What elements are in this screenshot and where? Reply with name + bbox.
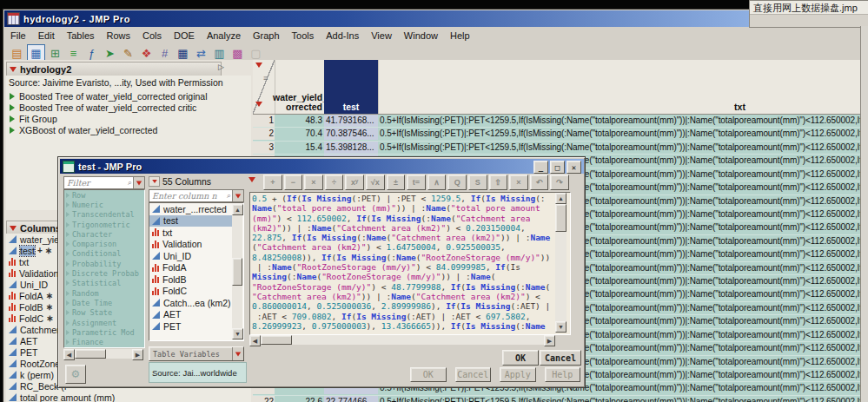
insert-plus-icon[interactable]: + xyxy=(263,175,282,190)
menu-item[interactable]: Graph xyxy=(247,30,286,42)
formula-ok-button[interactable]: OK xyxy=(502,350,539,366)
column-search-input[interactable]: Enter column n ⌕ xyxy=(149,189,244,202)
expand-icon[interactable] xyxy=(66,241,70,247)
function-category-item[interactable]: Transcendental xyxy=(64,210,144,220)
divide-icon[interactable]: ÷ xyxy=(325,175,344,190)
test-cell[interactable]: 22.774466... xyxy=(324,396,379,402)
water-yield-cell[interactable]: 15.4 xyxy=(275,142,326,154)
scroll-left-icon[interactable]: ◀ xyxy=(249,335,261,346)
new-column-icon[interactable]: ▥ xyxy=(211,45,228,61)
function-category-item[interactable]: Probability xyxy=(64,259,144,268)
txt-cell[interactable]: 0.5+If(IsMissing(:PET)|:PET<1259.5,If(Is… xyxy=(378,115,861,127)
txt-cell[interactable]: 0.5+If(IsMissing(:PET)|:PET<1259.5,If(Is… xyxy=(378,396,861,402)
water-yield-cell[interactable]: 70.4 xyxy=(275,128,326,140)
run-script-icon[interactable] xyxy=(10,127,15,134)
run-script-icon[interactable] xyxy=(10,104,15,111)
function-category-item[interactable]: Row xyxy=(64,190,144,200)
menu-item[interactable]: View xyxy=(365,30,398,42)
journal-icon[interactable]: ▤ xyxy=(9,45,25,61)
formula-vertical-scrollbar[interactable]: ▲ ▼ xyxy=(555,193,567,333)
plus-minus-icon[interactable]: ± xyxy=(387,175,406,190)
background-window-titlebar[interactable]: 直接用网上数据操盘.jmp xyxy=(749,0,868,28)
run-script-icon[interactable]: ➤ xyxy=(102,45,118,61)
table-variable-source[interactable]: Source: Jai...worldwide xyxy=(149,362,247,383)
power-icon[interactable]: xʸ xyxy=(345,175,364,190)
root-icon[interactable]: √x xyxy=(366,175,385,190)
formula-horizontal-scrollbar[interactable]: ◀ ▶ xyxy=(249,335,555,345)
function-category-item[interactable]: Numeric xyxy=(64,200,144,209)
dialog-column-item[interactable]: test xyxy=(149,215,232,227)
transpose-icon[interactable]: ⇄ xyxy=(193,45,209,61)
minimize-icon[interactable]: _ xyxy=(533,161,548,174)
scroll-down-icon[interactable]: ▼ xyxy=(232,328,243,339)
join-tables-icon[interactable]: # xyxy=(156,45,173,61)
menu-item[interactable]: Cols xyxy=(136,30,168,42)
red-triangle-menu-icon[interactable] xyxy=(10,226,17,231)
filter-horizontal-scrollbar[interactable]: ◀ ▶ xyxy=(63,349,143,359)
filter-search-input[interactable]: Filter ⌕ xyxy=(63,176,145,189)
expand-icon[interactable] xyxy=(66,222,70,227)
menu-item[interactable]: Tools xyxy=(286,30,321,42)
menu-item[interactable]: File xyxy=(4,30,32,42)
expand-icon[interactable] xyxy=(66,320,70,326)
expand-icon[interactable] xyxy=(66,291,70,296)
water-yield-cell[interactable]: 22.6 xyxy=(275,396,326,402)
function-category-item[interactable]: Finance xyxy=(64,337,144,346)
remove-minus-icon[interactable]: − xyxy=(284,175,303,190)
expand-icon[interactable] xyxy=(66,280,70,286)
expand-icon[interactable] xyxy=(66,202,70,208)
function-category-item[interactable]: Conditional xyxy=(64,249,144,259)
expand-icon[interactable] xyxy=(66,330,70,335)
table-script-item[interactable]: XGBoost of water_yield_corrected xyxy=(6,124,251,135)
txt-cell[interactable]: 0.5+If(IsMissing(:PET)|:PET<1259.5,If(Is… xyxy=(378,128,861,140)
scroll-down-icon[interactable]: ▼ xyxy=(555,321,567,333)
scroll-up-icon[interactable]: ▲ xyxy=(555,193,567,204)
menu-item[interactable]: Window xyxy=(398,30,444,42)
dialog-column-item[interactable]: water_...rrected xyxy=(149,203,232,215)
rows-menu-icon[interactable] xyxy=(255,102,262,107)
graph-builder-icon[interactable]: ❖ xyxy=(138,45,155,61)
scrollbar-thumb[interactable] xyxy=(75,349,106,359)
function-category-item[interactable]: Comparison xyxy=(64,239,144,248)
columns-list-header[interactable]: 55 Columns xyxy=(149,175,242,188)
expand-icon[interactable] xyxy=(66,261,70,267)
dialog-column-item[interactable]: PET xyxy=(149,320,232,333)
formula-editor-area[interactable]: 0.5 + (If(Is Missing(:PET) | :PET < 1259… xyxy=(249,192,571,335)
function-category-item[interactable]: Trigonometric xyxy=(64,220,144,229)
columns-menu-icon[interactable] xyxy=(255,63,262,68)
red-triangle-menu-icon[interactable] xyxy=(10,67,17,72)
function-category-item[interactable]: Character xyxy=(64,229,144,239)
function-category-item[interactable]: Discrete Probab xyxy=(64,268,144,278)
table-script-item[interactable]: Boosted Tree of water_yield_corrected or… xyxy=(6,90,251,102)
close-icon[interactable]: ✕ xyxy=(567,161,581,174)
expand-icon[interactable] xyxy=(66,232,70,237)
multiply-icon[interactable]: × xyxy=(304,175,323,190)
scroll-left-icon[interactable]: ◀ xyxy=(63,349,75,360)
dialog-column-item[interactable]: AET xyxy=(149,309,232,321)
expand-icon[interactable] xyxy=(66,339,70,345)
function-category-item[interactable]: Random xyxy=(64,288,144,298)
split-table-icon[interactable]: ⊞ xyxy=(47,45,63,61)
run-script-icon[interactable] xyxy=(10,93,15,100)
test-cell[interactable]: 15.398128... xyxy=(324,142,379,154)
scrollbar-thumb[interactable] xyxy=(261,335,292,345)
sort-icon[interactable]: ≡ xyxy=(65,45,82,61)
design-icon[interactable]: ▩ xyxy=(229,45,246,61)
scrollbar-thumb[interactable] xyxy=(555,204,567,232)
cancel-button[interactable]: Cancel xyxy=(455,367,492,382)
function-category-item[interactable]: Date Time xyxy=(64,298,144,307)
local-variable-icon[interactable]: t= xyxy=(407,175,426,190)
table-script-item[interactable]: Fit Group xyxy=(6,113,251,124)
function-category-item[interactable]: Row State xyxy=(64,308,144,318)
expand-icon[interactable] xyxy=(66,300,70,306)
summary-icon[interactable]: ▦ xyxy=(175,45,191,61)
column-header-test[interactable]: test xyxy=(324,60,379,114)
help-button[interactable]: Help xyxy=(545,367,581,382)
menu-item[interactable]: Rows xyxy=(101,30,137,42)
test-cell[interactable]: 41.793168... xyxy=(324,115,379,127)
column-list-item[interactable]: total pore amount (mm) xyxy=(6,392,251,402)
expand-icon[interactable] xyxy=(66,271,70,276)
run-script-icon[interactable] xyxy=(10,115,15,122)
expand-icon[interactable] xyxy=(66,193,70,198)
function-category-item[interactable]: Assignment xyxy=(64,318,144,327)
